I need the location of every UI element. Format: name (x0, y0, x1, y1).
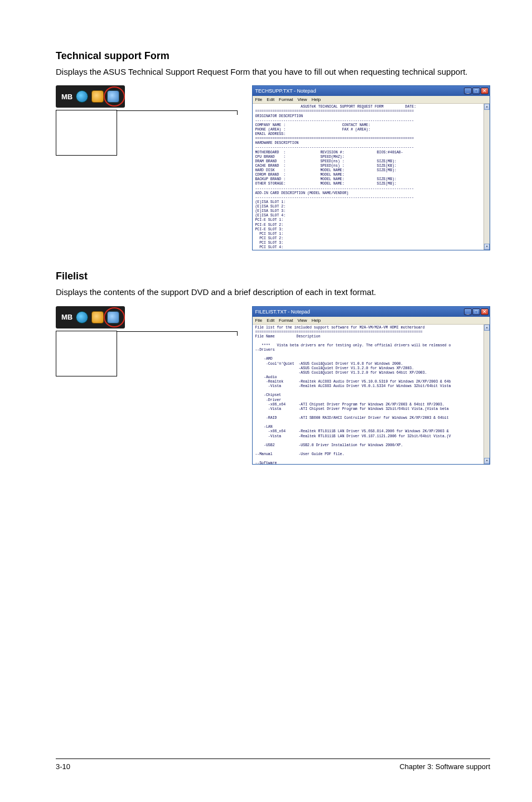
scroll-up-icon-2[interactable]: ▴ (484, 325, 490, 331)
minimize-button-2[interactable]: _ (464, 308, 472, 315)
connector-line (117, 110, 237, 111)
asus-utility-toolbar: MB (56, 85, 125, 108)
notepad-window-techsupport: TECHSUPP.TXT - Notepad _ □ ✕ File Edit F… (252, 85, 490, 250)
mb-label-2: MB (61, 313, 72, 321)
disc-icon-2 (76, 311, 88, 323)
disc-icon (76, 90, 88, 103)
scroll-track[interactable] (484, 110, 490, 244)
connector-drop (237, 110, 238, 115)
connector-line-2 (117, 331, 237, 332)
connector-drop-2 (237, 331, 238, 336)
menu-file[interactable]: File (255, 97, 262, 102)
document-icon (107, 90, 119, 103)
maximize-button-2[interactable]: □ (472, 308, 480, 315)
notepad-menubar: File Edit Format View Help (253, 96, 490, 104)
window-titlebar[interactable]: TECHSUPP.TXT - Notepad _ □ ✕ (253, 86, 490, 96)
page-number: 3-10 (56, 762, 70, 771)
connector-box (56, 110, 117, 156)
menu-view[interactable]: View (297, 97, 307, 102)
menu-view-2[interactable]: View (297, 318, 307, 323)
menu-help[interactable]: Help (312, 97, 321, 102)
connector-box-2 (56, 331, 117, 376)
maximize-button[interactable]: □ (472, 88, 480, 94)
notepad-textarea-2[interactable]: File list for the included support softw… (253, 325, 490, 464)
chapter-label: Chapter 3: Software support (399, 762, 490, 771)
section-techsupport: Technical support Form Displays the ASUS… (56, 50, 490, 250)
section2-desc: Displays the contents of the support DVD… (56, 287, 490, 298)
window-title-2: FILELIST.TXT - Notepad (255, 309, 309, 315)
figure-techsupport: MB TECHSUPP.TXT - Notepad _ □ ✕ (56, 85, 490, 250)
document-icon-2 (107, 311, 119, 323)
section1-title: Technical support Form (56, 50, 490, 62)
scroll-down-icon-2[interactable]: ▾ (484, 458, 490, 464)
close-button[interactable]: ✕ (481, 88, 489, 94)
menu-edit-2[interactable]: Edit (267, 318, 274, 323)
window-controls: _ □ ✕ (464, 88, 489, 94)
scroll-down-icon[interactable]: ▾ (484, 244, 490, 250)
vertical-scrollbar[interactable]: ▴ ▾ (483, 104, 490, 250)
section1-desc: Displays the ASUS Technical Support Requ… (56, 66, 490, 78)
mb-label: MB (61, 93, 72, 101)
close-button-2[interactable]: ✕ (481, 308, 489, 315)
minimize-button[interactable]: _ (464, 88, 472, 94)
window-controls-2: _ □ ✕ (464, 308, 489, 315)
wrench-icon-2 (91, 311, 104, 323)
menu-help-2[interactable]: Help (312, 318, 321, 323)
scroll-up-icon[interactable]: ▴ (484, 104, 490, 110)
notepad-window-filelist: FILELIST.TXT - Notepad _ □ ✕ File Edit F… (252, 306, 490, 465)
notepad-textarea[interactable]: ASUSTeK TECHNICAL SUPPORT REQUEST FORM D… (253, 104, 490, 250)
figure-filelist: MB FILELIST.TXT - Notepad _ □ ✕ (56, 306, 490, 465)
asus-utility-toolbar-2: MB (56, 306, 125, 328)
scroll-track-2[interactable] (484, 331, 490, 458)
section2-title: Filelist (56, 270, 490, 282)
menu-file-2[interactable]: File (255, 318, 262, 323)
menu-format-2[interactable]: Format (279, 318, 293, 323)
vertical-scrollbar-2[interactable]: ▴ ▾ (483, 325, 490, 464)
window-title: TECHSUPP.TXT - Notepad (255, 88, 316, 94)
wrench-icon (91, 90, 104, 103)
menu-format[interactable]: Format (279, 97, 293, 102)
notepad-menubar-2: File Edit Format View Help (253, 317, 490, 325)
menu-edit[interactable]: Edit (267, 97, 274, 102)
section-filelist: Filelist Displays the contents of the su… (56, 270, 490, 464)
window-titlebar-2[interactable]: FILELIST.TXT - Notepad _ □ ✕ (253, 307, 490, 317)
page-footer: 3-10 Chapter 3: Software support (56, 758, 490, 771)
